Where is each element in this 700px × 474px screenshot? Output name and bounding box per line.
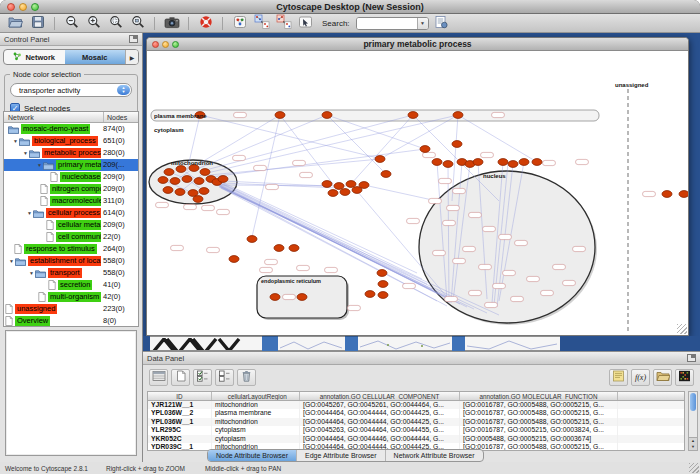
zoom-out-button[interactable] [62, 15, 81, 32]
network-node[interactable] [375, 156, 385, 163]
vizmapper-button[interactable] [230, 15, 249, 32]
tree-row[interactable]: ▼cellular process614(0) [4, 207, 138, 219]
node-label-pill[interactable] [217, 209, 230, 214]
node-label-pill[interactable] [325, 267, 338, 272]
node-label-pill[interactable] [254, 165, 267, 170]
node-label-pill[interactable] [293, 160, 306, 165]
table-column-header[interactable]: annotation.GO MOLECULAR_FUNCTION [460, 392, 618, 400]
node-label-pill[interactable] [171, 245, 184, 250]
tab-network[interactable]: Network [4, 50, 65, 64]
attribute-table-button[interactable] [149, 369, 168, 386]
network-node[interactable] [289, 245, 299, 252]
node-label-pill[interactable] [453, 188, 466, 193]
birds-eye-view[interactable] [5, 330, 137, 456]
network-node[interactable] [182, 176, 192, 183]
node-label-pill[interactable] [469, 290, 482, 295]
network-node[interactable] [334, 183, 344, 190]
network-node[interactable] [229, 256, 239, 263]
table-row[interactable]: YLR295Ccytoplasm[GO:0045263, GO:0044464,… [148, 426, 684, 434]
tree-row[interactable]: ▼transport558(0) [4, 267, 138, 279]
open-session-button[interactable] [6, 15, 25, 32]
tree-node-label[interactable]: nucleobase-containing [60, 172, 101, 182]
node-label-pill[interactable] [260, 267, 273, 272]
network-node[interactable] [519, 159, 529, 166]
node-label-pill[interactable] [483, 226, 496, 231]
layout-2-button[interactable] [274, 15, 293, 32]
network-edge[interactable] [364, 185, 437, 201]
network-node[interactable] [275, 112, 285, 119]
network-node[interactable] [193, 196, 203, 203]
scrollbar-thumb[interactable] [690, 393, 696, 411]
node-label-pill[interactable] [283, 294, 296, 299]
search-options-button[interactable] [432, 15, 451, 32]
node-label-pill[interactable] [348, 305, 361, 310]
network-view-window[interactable]: primary metabolic process plasma membran… [146, 37, 689, 336]
help-button[interactable] [196, 15, 215, 32]
annotation-button[interactable] [609, 369, 628, 386]
expand-arrow-icon[interactable]: ▼ [26, 210, 33, 216]
tree-node-label[interactable]: nitrogen compound me [50, 184, 101, 194]
background-window-sliver[interactable] [465, 336, 560, 351]
layout-1-button[interactable] [252, 15, 271, 32]
import-attributes-button[interactable] [653, 369, 672, 386]
network-node[interactable] [498, 159, 508, 166]
table-scrollbar[interactable]: ▲▼ [688, 391, 698, 451]
network-edge[interactable] [207, 115, 458, 173]
network-node[interactable] [432, 159, 442, 166]
network-node[interactable] [381, 171, 391, 178]
node-label-pill[interactable] [439, 178, 452, 183]
tree-row[interactable]: mosaic-demo-yeast874(0) [4, 123, 138, 135]
network-node[interactable] [378, 281, 388, 288]
network-edge[interactable] [458, 115, 537, 162]
network-node[interactable] [200, 169, 210, 176]
node-label-pill[interactable] [233, 155, 246, 160]
network-node[interactable] [443, 161, 453, 168]
selection-mode-button[interactable] [296, 15, 315, 32]
node-label-pill[interactable] [541, 290, 554, 295]
node-label-pill[interactable] [511, 296, 524, 301]
tree-row[interactable]: nucleobase-containing209(0) [4, 171, 138, 183]
node-label-pill[interactable] [563, 280, 576, 285]
node-label-pill[interactable] [515, 240, 528, 245]
network-node[interactable] [164, 169, 174, 176]
table-row[interactable]: YKR052Ccytoplasm[GO:0044464, GO:0044446,… [148, 435, 684, 443]
tree-row[interactable]: response to stimulus264(0) [4, 243, 138, 255]
network-node[interactable] [322, 181, 332, 188]
node-label-pill[interactable] [156, 202, 169, 207]
node-label-pill[interactable] [503, 270, 516, 275]
network-node[interactable] [452, 141, 462, 148]
tab-edge-attribute-browser[interactable]: Edge Attribute Browser [296, 450, 385, 461]
tree-node-label[interactable]: cellular metabolic proce [56, 220, 101, 230]
zoom-selected-button[interactable] [106, 15, 125, 32]
search-dropdown-arrow-icon[interactable]: ▼ [417, 18, 428, 29]
tree-node-label[interactable]: biological_process [32, 136, 98, 146]
tree-node-label[interactable]: transport [48, 268, 82, 278]
node-label-pill[interactable] [202, 205, 215, 210]
background-window-widget[interactable] [345, 336, 358, 351]
zoom-fit-button[interactable] [128, 15, 147, 32]
node-label-pill[interactable] [543, 160, 556, 165]
scrollbar-arrows[interactable]: ▲▼ [689, 437, 697, 450]
tree-node-label[interactable]: cellular process [46, 208, 101, 218]
table-column-header[interactable]: ID [148, 392, 212, 400]
network-node[interactable] [175, 189, 185, 196]
expand-arrow-icon[interactable]: ▼ [36, 162, 43, 168]
node-label-pill[interactable] [297, 265, 310, 270]
tree-row[interactable]: ▼metabolic process280(0) [4, 147, 138, 159]
network-node[interactable] [176, 166, 186, 173]
node-label-pill[interactable] [573, 246, 586, 251]
new-attribute-button[interactable] [171, 369, 190, 386]
tree-row[interactable]: unassigned223(0) [4, 303, 138, 315]
tree-node-label[interactable]: unassigned [15, 304, 57, 314]
unselect-all-attributes-button[interactable] [215, 369, 234, 386]
node-label-pill[interactable] [234, 112, 247, 117]
background-window-sliver[interactable] [358, 336, 452, 351]
expand-arrow-icon[interactable]: ▼ [12, 138, 19, 144]
background-window-sliver[interactable] [278, 336, 345, 351]
node-label-pill[interactable] [443, 220, 456, 225]
minimize-button[interactable] [162, 41, 169, 48]
float-panel-icon[interactable] [687, 354, 696, 362]
select-all-attributes-button[interactable] [193, 369, 212, 386]
node-label-pill[interactable] [469, 212, 482, 217]
node-label-pill[interactable] [445, 296, 458, 301]
